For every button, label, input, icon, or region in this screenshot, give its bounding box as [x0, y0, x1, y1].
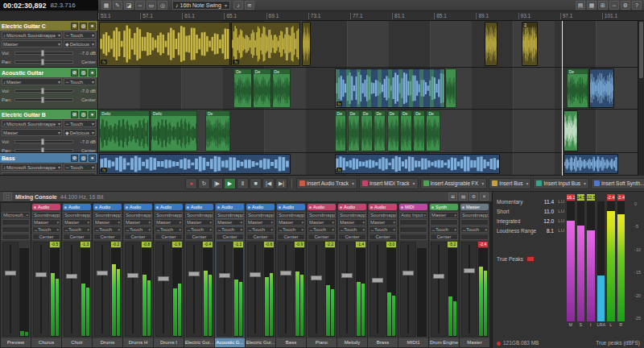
loop-clip[interactable]: De — [348, 110, 360, 151]
strip-bus-dropdown[interactable]: Master▾ — [216, 219, 244, 226]
strip-fader[interactable] — [339, 242, 355, 337]
loop-clip[interactable]: De — [413, 110, 425, 151]
strip-name[interactable]: Brass — [368, 338, 398, 347]
strip-fader[interactable] — [33, 242, 49, 337]
help-icon[interactable]: ? — [632, 1, 642, 10]
track-arm-button[interactable]: ● — [89, 23, 96, 30]
scrollbar-thumb[interactable] — [639, 22, 643, 78]
mixer-strip[interactable]: MIDIAuto Input▾MIDI1 — [398, 203, 428, 347]
automation-settings-icon[interactable]: ∼ — [609, 1, 619, 10]
strip-automation-dropdown[interactable]: ∼Touch▾ — [32, 226, 60, 233]
strip-name[interactable]: Drums H — [123, 338, 153, 347]
strip-fader[interactable] — [94, 242, 110, 337]
strip-name[interactable]: Melody — [337, 338, 367, 347]
track-solo-button[interactable]: ◎ — [80, 69, 87, 77]
mixer-close-icon[interactable]: ✕ — [480, 193, 489, 201]
volume-slider[interactable] — [14, 52, 73, 55]
loop-clip[interactable]: De — [335, 110, 347, 151]
clip-fx-badge[interactable]: fx — [101, 168, 107, 172]
audio-clip[interactable]: fx — [99, 154, 290, 174]
record-button[interactable]: ● — [185, 178, 197, 189]
fader-handle[interactable] — [219, 273, 230, 278]
fader-handle[interactable] — [188, 271, 200, 276]
fader-handle[interactable] — [250, 272, 261, 277]
track-output-device-dropdown[interactable]: ♪Microsoft Soundmapper▾ — [2, 31, 62, 39]
pan-slider[interactable] — [14, 60, 73, 64]
track-arm-button[interactable]: ● — [89, 69, 96, 77]
clip-fx-badge[interactable]: fx — [233, 60, 239, 64]
loop-clip[interactable]: Delic — [151, 110, 197, 151]
strip-output-dropdown[interactable]: Microsoft..▾ — [2, 212, 30, 218]
audio-clip[interactable]: fx — [99, 22, 230, 66]
fader-handle[interactable] — [372, 278, 383, 283]
strip-pan[interactable] — [399, 234, 427, 240]
strip-bus-dropdown[interactable]: Master▾ — [124, 219, 152, 226]
strip-automation-dropdown[interactable]: ∼Touch▾ — [185, 226, 213, 233]
track-mute-button[interactable]: ⊘ — [71, 69, 78, 77]
strip-pan[interactable]: Center — [63, 234, 91, 240]
fader-handle[interactable] — [5, 271, 16, 276]
audio-clip[interactable] — [589, 68, 614, 108]
strip-automation-dropdown[interactable]: ∼Touch▾ — [430, 226, 458, 233]
strip-bus-dropdown[interactable]: Master▾ — [246, 219, 275, 226]
track-arm-button[interactable]: ● — [89, 155, 96, 162]
strip-pan[interactable]: Center — [124, 234, 152, 240]
swing-dropdown[interactable]: ♪ 16th Note Swing ▾ — [172, 1, 230, 10]
strip-fader[interactable] — [125, 242, 141, 337]
mixer-strip[interactable]: AudioSoundmapper▾Master▾∼Touch▾Center-1.… — [215, 203, 245, 347]
strip-fader[interactable] — [247, 242, 263, 337]
audio-clip[interactable] — [485, 22, 497, 66]
loop-clip[interactable]: De — [205, 110, 230, 151]
volume-slider[interactable] — [14, 89, 73, 93]
strip-pan[interactable] — [460, 234, 489, 240]
loop-clip[interactable]: De — [374, 110, 386, 151]
strip-name[interactable]: Master — [460, 338, 489, 347]
track-automation-dropdown[interactable]: ∼Touch▾ — [64, 31, 96, 39]
strip-automation-dropdown[interactable]: ∼Touch▾ — [460, 226, 489, 233]
mixing-console-titlebar[interactable]: ∷ Mixing Console 44.100 Hz, 16 Bit ⊞▤⚙✕ — [0, 192, 492, 202]
loop-clip[interactable]: De — [387, 110, 399, 151]
insert-midi-track-button[interactable]: Insert MIDI Track▾ — [359, 178, 419, 189]
strip-name[interactable]: MIDI1 — [398, 338, 428, 347]
strip-name[interactable]: Choir — [62, 338, 92, 347]
strip-pan[interactable]: Center — [185, 234, 213, 240]
grip-icon[interactable]: ∷ — [3, 193, 12, 201]
volume-slider[interactable] — [14, 140, 73, 143]
track-output-device-dropdown[interactable]: ♪Microsoft Soundmapper▾ — [2, 120, 62, 127]
go-to-start-button[interactable]: |◀ — [262, 178, 275, 189]
mixer-strip[interactable]: AudioSoundmapper▾Master▾∼Touch▾Center-0.… — [276, 203, 306, 347]
strip-bus-dropdown[interactable]: Master▾ — [93, 219, 122, 226]
zoom-tool-icon[interactable]: ◎ — [158, 1, 167, 10]
go-to-end-button[interactable]: ▶| — [275, 178, 287, 189]
clip-fx-badge[interactable]: fx — [336, 168, 343, 172]
strip-bus-dropdown[interactable]: Master▾ — [308, 219, 336, 226]
track-view-icon[interactable]: ▦ — [587, 1, 597, 10]
strip-automation-dropdown[interactable]: ∼Touch▾ — [63, 226, 91, 233]
strip-output-dropdown[interactable]: Soundmapper▾ — [308, 212, 336, 218]
strip-automation-dropdown[interactable]: ∼Touch▾ — [246, 226, 275, 233]
track-fx-dropdown[interactable]: ◆Delicious E...▾ — [64, 40, 96, 48]
strip-name[interactable]: Acoustic G... — [215, 338, 245, 347]
strip-name[interactable]: Chorus — [31, 338, 61, 347]
settings-icon[interactable]: ⚙ — [621, 1, 630, 10]
strip-bus-dropdown[interactable] — [2, 219, 30, 226]
mixer-properties-icon[interactable]: ⚙ — [469, 193, 478, 201]
loop-clip[interactable]: De — [233, 68, 252, 108]
play-button[interactable]: ▶ — [224, 178, 236, 189]
track-header[interactable]: Electric Guitar B⊘◎●♪Microsoft Soundmapp… — [0, 110, 98, 152]
track-arm-button[interactable]: ● — [89, 111, 96, 118]
snap-icon[interactable]: ≋ — [245, 1, 254, 10]
envelope-tool-icon[interactable]: ∼ — [135, 1, 145, 10]
strip-fader[interactable] — [431, 242, 447, 337]
mixer-strip[interactable]: AudioSoundmapper▾Master▾∼Touch▾Center-1.… — [154, 203, 184, 347]
strip-automation-dropdown[interactable] — [399, 226, 427, 233]
insert-audio-track-button[interactable]: Insert Audio Track▾ — [296, 178, 357, 189]
track-automation-dropdown[interactable]: ∼Touch▾ — [64, 78, 96, 85]
insert-assignable-fx-button[interactable]: Insert Assignable FX▾ — [420, 178, 488, 189]
volume-slider-thumb[interactable] — [41, 139, 44, 145]
strip-fader[interactable] — [2, 242, 19, 337]
mixer-strip[interactable]: AudioSoundmapper▾Master▾∼Touch▾Center-2.… — [307, 203, 336, 347]
grid-tool-icon[interactable]: ▦ — [101, 1, 111, 10]
true-peak-clip-indicator[interactable] — [526, 256, 535, 262]
pause-button[interactable]: Ⅱ — [237, 178, 249, 189]
